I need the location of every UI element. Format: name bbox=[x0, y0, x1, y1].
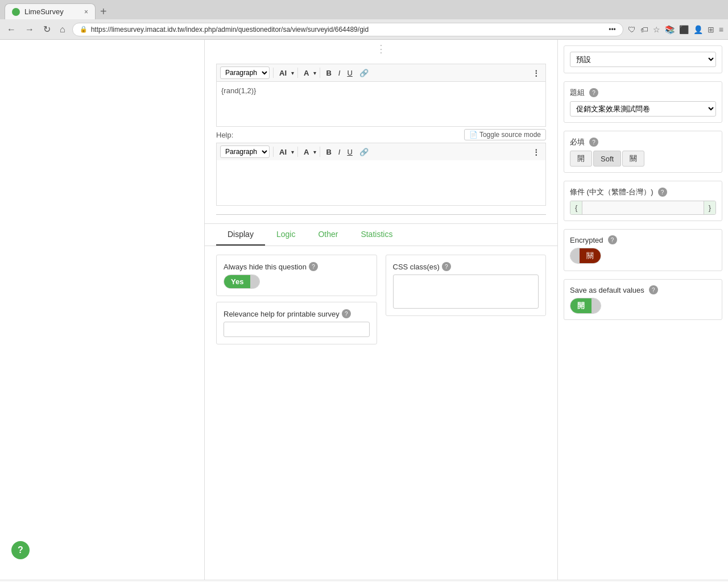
group-select[interactable]: 促銷文案效果測試問卷 bbox=[570, 101, 716, 117]
always-hide-indicator bbox=[250, 275, 259, 288]
forward-button[interactable]: → bbox=[23, 22, 36, 37]
tab-other[interactable]: Other bbox=[307, 224, 349, 246]
required-soft-btn[interactable]: Soft bbox=[593, 151, 621, 167]
font-chevron-1[interactable]: ▾ bbox=[313, 70, 316, 76]
italic-btn-1[interactable]: I bbox=[336, 68, 343, 78]
url-bar[interactable]: 🔒 https://limesurvey.imacat.idv.tw/index… bbox=[72, 23, 623, 36]
help-circle-button[interactable]: ? bbox=[11, 541, 30, 559]
home-button[interactable]: ⌂ bbox=[57, 22, 68, 37]
center-content: ⋮ Paragraph AI ▾ A ▾ B I U 🔗 ⋮ bbox=[205, 40, 557, 580]
underline-btn-1[interactable]: U bbox=[345, 68, 354, 78]
bottom-form-row: Always hide this question ? Yes bbox=[216, 255, 546, 350]
bottom-tabs-container: Display Logic Other Statistics Always hi… bbox=[205, 223, 557, 359]
editor-area-1[interactable]: {rand(1,2)} bbox=[216, 81, 546, 127]
address-bar: ← → ↻ ⌂ 🔒 https://limesurvey.imacat.idv.… bbox=[0, 19, 728, 39]
toggle-source-button[interactable]: 📄 Toggle source mode bbox=[464, 129, 546, 140]
ai-chevron-2[interactable]: ▾ bbox=[291, 149, 294, 155]
link-btn-1[interactable]: 🔗 bbox=[357, 68, 371, 78]
ai-btn-2[interactable]: AI bbox=[277, 147, 289, 157]
css-label-row: CSS class(es) ? bbox=[393, 262, 539, 271]
bold-btn-1[interactable]: B bbox=[324, 68, 333, 78]
paragraph-dropdown-2[interactable]: Paragraph bbox=[220, 146, 270, 158]
relevance-help-icon[interactable]: ? bbox=[342, 309, 351, 318]
back-button[interactable]: ← bbox=[5, 22, 18, 37]
ai-btn-1[interactable]: AI bbox=[277, 68, 289, 78]
footer: L Like it? Donate to LimeSurvey 版本 4.1.1… bbox=[0, 580, 728, 582]
editor-area-2[interactable] bbox=[216, 160, 546, 206]
more-btn-1[interactable]: ⋮ bbox=[530, 68, 542, 78]
condition-field: { } bbox=[570, 201, 716, 215]
css-col: CSS class(es) ? bbox=[386, 255, 547, 350]
paragraph-dropdown-1[interactable]: Paragraph bbox=[220, 66, 270, 79]
font-chevron-2[interactable]: ▾ bbox=[313, 149, 316, 155]
help-label: Help: 📄 Toggle source mode bbox=[216, 127, 546, 143]
group-label-row: 題組 ? bbox=[570, 88, 716, 98]
sep-6 bbox=[320, 147, 320, 157]
css-section: CSS class(es) ? bbox=[386, 255, 547, 316]
ai-chevron-1[interactable]: ▾ bbox=[291, 70, 294, 76]
close-tab-button[interactable]: × bbox=[84, 8, 88, 16]
required-btn-group: 開 Soft 關 bbox=[570, 151, 716, 167]
group-help-icon[interactable]: ? bbox=[589, 88, 598, 97]
tab-statistics[interactable]: Statistics bbox=[349, 224, 404, 246]
tab-title: LimeSurvey bbox=[24, 7, 64, 16]
relevance-label: Relevance help for printable survey bbox=[224, 310, 340, 318]
encrypted-toggle[interactable]: 關 bbox=[570, 248, 601, 264]
always-hide-help-icon[interactable]: ? bbox=[309, 262, 318, 271]
required-on-btn[interactable]: 開 bbox=[570, 151, 592, 167]
active-tab[interactable]: LimeSurvey × bbox=[5, 3, 96, 19]
relevance-input[interactable] bbox=[224, 322, 370, 337]
link-btn-2[interactable]: 🔗 bbox=[357, 147, 371, 157]
always-hide-label: Always hide this question bbox=[224, 263, 307, 271]
tab-display[interactable]: Display bbox=[216, 224, 265, 246]
toolbar-icons: 🛡 🏷 ☆ 📚 ⬛ 👤 ⊞ ≡ bbox=[628, 25, 723, 34]
more-btn-2[interactable]: ⋮ bbox=[530, 147, 542, 157]
rand-expression: {rand(1,2)} bbox=[221, 86, 256, 95]
help-text: Help: bbox=[216, 131, 233, 139]
library-icon[interactable]: 📚 bbox=[665, 25, 675, 34]
save-defaults-toggle[interactable]: 開 bbox=[570, 298, 601, 314]
divider bbox=[216, 214, 546, 215]
css-help-icon[interactable]: ? bbox=[442, 262, 451, 271]
encrypted-label: Encrypted bbox=[570, 236, 603, 244]
tab-logic[interactable]: Logic bbox=[265, 224, 307, 246]
default-select[interactable]: 預設 bbox=[570, 52, 716, 67]
sync-icon[interactable]: ⬛ bbox=[679, 25, 689, 34]
always-hide-yes[interactable]: Yes bbox=[224, 275, 250, 288]
pocket-icon[interactable]: 🏷 bbox=[640, 25, 648, 34]
drag-handle[interactable]: ⋮ bbox=[205, 40, 557, 58]
bookmark-icon[interactable]: ☆ bbox=[653, 25, 660, 34]
save-defaults-on-btn[interactable]: 開 bbox=[570, 298, 592, 313]
condition-open-bracket: { bbox=[570, 201, 582, 214]
underline-btn-2[interactable]: U bbox=[345, 147, 354, 157]
css-label: CSS class(es) bbox=[393, 263, 440, 271]
required-label-row: 必填 ? bbox=[570, 137, 716, 147]
italic-btn-2[interactable]: I bbox=[336, 147, 343, 157]
sep-1 bbox=[273, 68, 274, 78]
more-icon[interactable]: ≡ bbox=[719, 25, 723, 34]
required-section: 必填 ? 開 Soft 關 bbox=[564, 131, 722, 173]
font-btn-2[interactable]: A bbox=[301, 147, 311, 157]
extensions-icon[interactable]: 🛡 bbox=[628, 25, 636, 34]
font-btn-1[interactable]: A bbox=[301, 68, 311, 78]
always-hide-toggle[interactable]: Yes bbox=[224, 275, 260, 289]
encrypted-help-icon[interactable]: ? bbox=[608, 235, 617, 244]
condition-help-icon[interactable]: ? bbox=[658, 188, 667, 197]
bold-btn-2[interactable]: B bbox=[324, 147, 333, 157]
required-help-icon[interactable]: ? bbox=[589, 138, 598, 147]
encrypted-section: Encrypted ? 關 bbox=[564, 229, 722, 271]
grid-icon[interactable]: ⊞ bbox=[708, 25, 714, 34]
condition-input[interactable] bbox=[582, 201, 703, 214]
relevance-label-row: Relevance help for printable survey ? bbox=[224, 309, 370, 318]
required-off-btn[interactable]: 關 bbox=[622, 151, 644, 167]
tab-favicon bbox=[12, 8, 20, 16]
encrypted-off-btn[interactable]: 關 bbox=[580, 248, 601, 263]
save-defaults-help-icon[interactable]: ? bbox=[649, 285, 658, 294]
css-input[interactable] bbox=[393, 275, 539, 309]
refresh-button[interactable]: ↻ bbox=[41, 22, 53, 37]
save-defaults-label: Save as default values bbox=[570, 286, 644, 294]
question-editor-block: Paragraph AI ▾ A ▾ B I U 🔗 ⋮ {rand(1,2)} bbox=[216, 64, 546, 206]
new-tab-button[interactable]: + bbox=[100, 5, 107, 18]
url-text: https://limesurvey.imacat.idv.tw/index.p… bbox=[91, 26, 606, 34]
account-icon[interactable]: 👤 bbox=[693, 25, 703, 34]
